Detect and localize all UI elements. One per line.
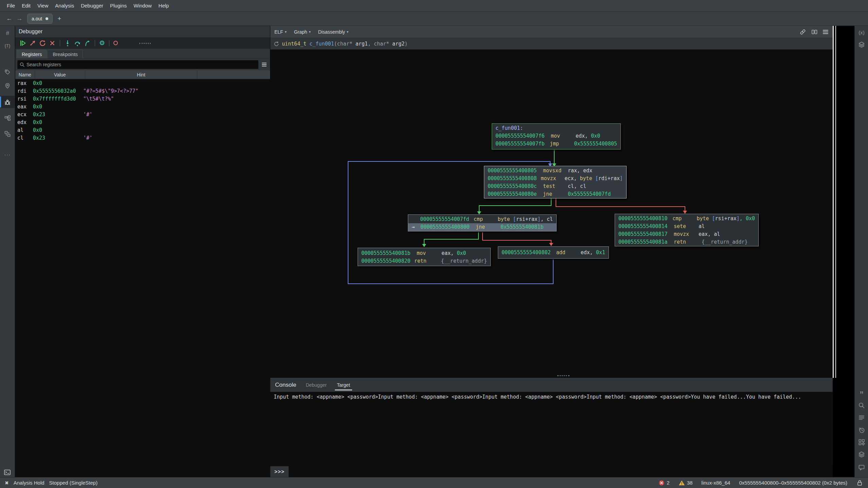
disassembly-dropdown[interactable]: Disassembly ▾ [318, 29, 348, 35]
layers-icon[interactable] [855, 39, 868, 50]
collapsed-dock-strip[interactable] [833, 26, 854, 477]
debug-settings-gear-icon[interactable]: ⚙ [99, 40, 105, 46]
tab-console-debugger[interactable]: Debugger [305, 381, 327, 389]
warning-badge[interactable]: 38 [679, 480, 693, 486]
graph-canvas[interactable]: c_fun001: 00005555554007f6movedx, 0x0 00… [270, 50, 833, 378]
tab-aout[interactable]: a.out [27, 14, 53, 24]
edge-false-exit-arrow [683, 211, 687, 214]
graph-block-entry[interactable]: c_fun001: 00005555554007f6movedx, 0x0 00… [492, 123, 621, 150]
history-icon[interactable] [855, 424, 868, 436]
step-into-icon[interactable] [64, 40, 71, 47]
restart-icon[interactable] [39, 40, 46, 47]
dock-edge-line [835, 26, 836, 378]
debug-state: Stopped (SingleStep) [49, 480, 98, 486]
tab-console-target[interactable]: Target [336, 381, 351, 389]
start-debug-icon[interactable] [29, 40, 36, 47]
error-badge[interactable]: 2 [658, 480, 669, 486]
hamburger-menu-icon[interactable] [822, 29, 829, 35]
column-hint[interactable]: Hint [85, 70, 197, 79]
step-out-icon[interactable] [84, 40, 91, 47]
tab-breakpoints[interactable]: Breakpoints [48, 50, 83, 58]
menu-file[interactable]: File [3, 0, 18, 12]
register-row-ecx[interactable]: ecx0x23'#' [15, 110, 270, 118]
menu-edit[interactable]: Edit [18, 0, 34, 12]
menu-window[interactable]: Window [130, 0, 155, 12]
search-icon[interactable] [855, 400, 868, 411]
terminal-icon[interactable] [0, 466, 15, 478]
tab-registers[interactable]: Registers [17, 50, 47, 58]
breakpoint-icon[interactable] [113, 41, 118, 45]
back-arrow-icon[interactable]: ← [4, 15, 14, 22]
register-search-box[interactable] [17, 60, 258, 69]
swap-icon[interactable] [0, 128, 15, 140]
warning-count: 38 [687, 480, 693, 486]
register-panel-tabs: Registers Breakpoints [15, 49, 270, 59]
more-icon[interactable]: ··· [0, 149, 15, 161]
menu-debugger[interactable]: Debugger [77, 0, 107, 12]
menu-plugins[interactable]: Plugins [107, 0, 130, 12]
menu-view[interactable]: View [34, 0, 52, 12]
tools-icon[interactable]: # [0, 27, 15, 39]
register-row-al[interactable]: al0x0 [15, 126, 270, 134]
edge-true-compare-arrow [477, 211, 481, 214]
log-lines-icon[interactable] [855, 412, 868, 423]
menu-analysis[interactable]: Analysis [52, 0, 77, 12]
format-dropdown[interactable]: ELF ▾ [274, 29, 287, 35]
column-name[interactable]: Name [15, 70, 35, 79]
selection-range: 0x555555400800–0x555555400802 (0x2 bytes… [739, 480, 847, 486]
widgets-icon[interactable] [855, 436, 868, 448]
register-row-rdi[interactable]: rdi0x5555556032a0"#?=5#$\"9>7<?>77" [15, 87, 270, 95]
register-row-eax[interactable]: eax0x0 [15, 103, 270, 110]
dock-splitter-handle[interactable] [139, 43, 151, 44]
chat-panel-icon[interactable] [855, 461, 868, 473]
graph-block-fail[interactable]: 000055555540081bmoveax, 0x0 000055555540… [358, 248, 491, 266]
lock-icon[interactable] [856, 479, 863, 486]
location-pin-icon[interactable] [0, 80, 15, 92]
edge-true-fail [424, 232, 478, 245]
graph-block-compare[interactable]: 00005555554007fdcmpbyte [rsi+rax], cl → … [408, 214, 557, 231]
tab-modified-dot-icon[interactable] [46, 17, 48, 20]
debug-icon[interactable] [0, 96, 15, 108]
graph-block-exit-check[interactable]: 0000555555400810cmpbyte [rsi+rax], 0x0 0… [615, 214, 759, 246]
link-icon[interactable] [799, 29, 806, 35]
register-search-input[interactable] [26, 62, 256, 67]
debugger-panel-header[interactable]: Debugger [15, 26, 270, 37]
menu-help[interactable]: Help [155, 0, 173, 12]
console-prompt: >>> [270, 469, 289, 475]
continue-icon[interactable] [19, 40, 26, 47]
step-over-icon[interactable] [74, 40, 81, 47]
tag-icon[interactable] [0, 66, 15, 78]
edge-true-compare [479, 198, 551, 212]
variables-icon[interactable]: (x) [855, 27, 868, 38]
register-menu-button[interactable] [260, 61, 268, 68]
console-splitter-handle[interactable] [557, 375, 569, 376]
hierarchy-icon[interactable] [0, 112, 15, 124]
tab-aout-label: a.out [32, 16, 42, 21]
view-mode-dropdown[interactable]: Graph ▾ [294, 29, 311, 35]
register-row-rax[interactable]: rax0x0 [15, 79, 270, 87]
loop-icon[interactable] [273, 41, 279, 47]
menu-bar: File Edit View Analysis Debugger Plugins… [0, 0, 868, 12]
split-columns-icon[interactable] [811, 29, 818, 35]
register-row-rsi[interactable]: rsi0x7fffffffd3d0"\t5#\t?%" [15, 95, 270, 103]
layers-icon[interactable] [855, 449, 868, 460]
new-tab-button[interactable]: + [57, 15, 61, 22]
current-instruction-row[interactable]: → 0000555555400800jne0x55555540081b [408, 223, 556, 231]
console-header: Console Debugger Target [270, 378, 833, 392]
quotes-icon[interactable]: ” [855, 387, 868, 398]
register-row-cl[interactable]: cl0x23'#' [15, 134, 270, 142]
forward-arrow-icon[interactable]: → [14, 15, 24, 22]
toolbar-separator [60, 40, 60, 46]
types-icon[interactable]: {T} [0, 39, 15, 52]
column-value[interactable]: Value [35, 70, 85, 79]
console-title[interactable]: Console [275, 382, 296, 388]
graph-block-loop-head[interactable]: 0000555555400805movsxdrax, edx 000055555… [484, 166, 627, 198]
register-search-row [15, 59, 270, 70]
register-row-edx[interactable]: edx0x0 [15, 118, 270, 126]
console-log-line: Input method: <appname> <password>Input … [274, 394, 829, 400]
graph-header: ELF ▾ Graph ▾ Disassembly ▾ [270, 26, 833, 38]
function-signature[interactable]: uint64_t c_fun001(char* arg1, char* arg2… [282, 41, 408, 47]
console-input[interactable] [289, 466, 833, 477]
kill-icon[interactable] [49, 40, 56, 47]
graph-block-increment[interactable]: 0000555555400802addedx, 0x1 [498, 246, 609, 259]
